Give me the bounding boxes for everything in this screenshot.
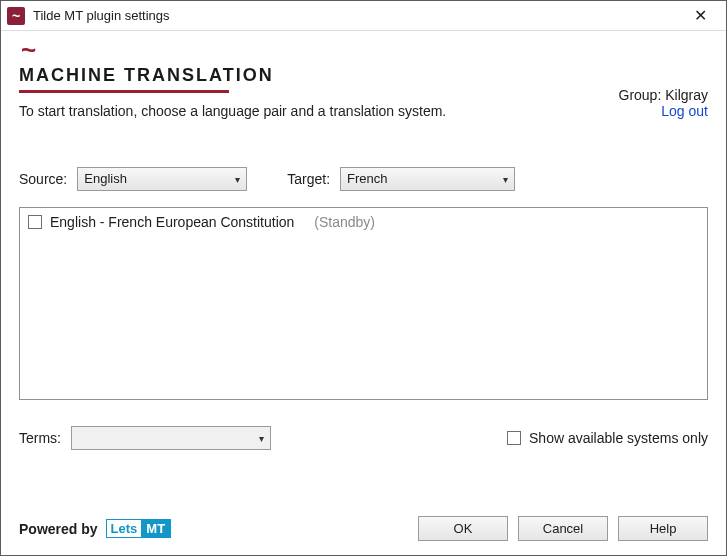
terms-select[interactable]: ▾	[71, 426, 271, 450]
list-item[interactable]: English - French European Constitution (…	[28, 214, 699, 230]
intro-text: To start translation, choose a language …	[19, 103, 446, 119]
help-button[interactable]: Help	[618, 516, 708, 541]
ok-button[interactable]: OK	[418, 516, 508, 541]
show-available-label: Show available systems only	[529, 430, 708, 446]
show-available-checkbox[interactable]	[507, 431, 521, 445]
system-name: English - French European Constitution	[50, 214, 294, 230]
systems-listbox[interactable]: English - French European Constitution (…	[19, 207, 708, 400]
source-language-select[interactable]: English ▾	[77, 167, 247, 191]
cancel-button[interactable]: Cancel	[518, 516, 608, 541]
system-checkbox[interactable]	[28, 215, 42, 229]
brand-heading: MACHINE TRANSLATION	[19, 65, 446, 86]
logout-link[interactable]: Log out	[619, 103, 709, 119]
chevron-down-icon: ▾	[235, 173, 240, 184]
footer: Powered by Lets MT OK Cancel Help	[19, 498, 708, 541]
group-value: Kilgray	[665, 87, 708, 103]
app-icon: ~	[7, 7, 25, 25]
header-row: ~ MACHINE TRANSLATION To start translati…	[19, 43, 708, 119]
powered-by-label: Powered by	[19, 521, 98, 537]
content-area: ~ MACHINE TRANSLATION To start translati…	[1, 31, 726, 555]
terms-row: Terms: ▾ Show available systems only	[19, 426, 708, 450]
target-label: Target:	[287, 171, 330, 187]
target-language-value: French	[347, 171, 387, 186]
powered-by: Powered by Lets MT	[19, 519, 171, 538]
close-icon[interactable]: ✕	[680, 2, 720, 30]
group-label: Group:	[619, 87, 662, 103]
brand-block: ~ MACHINE TRANSLATION To start translati…	[19, 43, 446, 119]
titlebar: ~ Tilde MT plugin settings ✕	[1, 1, 726, 31]
window-title: Tilde MT plugin settings	[33, 8, 680, 23]
brand-underline	[19, 90, 229, 93]
show-available-toggle[interactable]: Show available systems only	[507, 430, 708, 446]
source-label: Source:	[19, 171, 67, 187]
terms-label: Terms:	[19, 430, 61, 446]
group-block: Group: Kilgray Log out	[619, 87, 709, 119]
chevron-down-icon: ▾	[503, 173, 508, 184]
system-status: (Standby)	[314, 214, 375, 230]
source-language-value: English	[84, 171, 127, 186]
language-row: Source: English ▾ Target: French ▾	[19, 167, 708, 191]
letsmt-logo-icon: Lets MT	[106, 519, 172, 538]
button-bar: OK Cancel Help	[418, 516, 708, 541]
tilde-logo-icon: ~	[21, 43, 446, 59]
dialog-window: ~ Tilde MT plugin settings ✕ ~ MACHINE T…	[0, 0, 727, 556]
chevron-down-icon: ▾	[259, 432, 264, 443]
target-language-select[interactable]: French ▾	[340, 167, 515, 191]
